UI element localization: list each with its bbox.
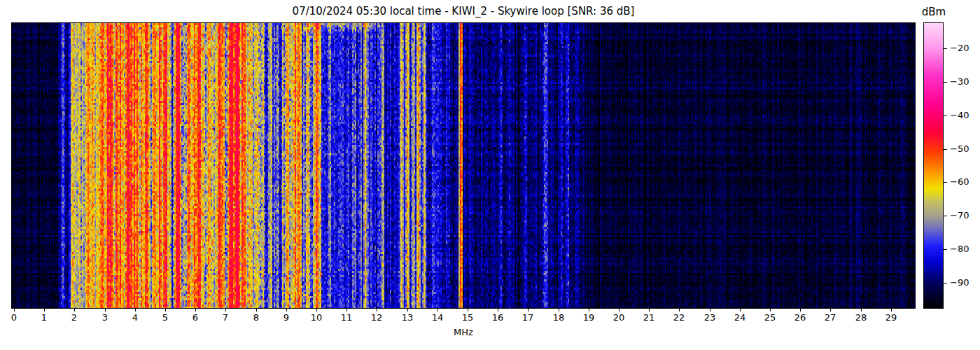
x-tick-label: 26 <box>788 312 812 323</box>
colorbar-tick-mark <box>944 115 947 116</box>
x-tick-mark <box>438 309 438 312</box>
x-tick-mark <box>468 309 468 312</box>
x-tick-label: 3 <box>93 312 117 323</box>
colorbar-frame <box>923 22 944 309</box>
colorbar-unit-label: dBm <box>913 6 954 18</box>
x-tick-mark <box>891 309 892 312</box>
x-tick-label: 8 <box>244 312 268 323</box>
colorbar-tick-label: −30 <box>950 76 969 88</box>
x-tick-label: 19 <box>577 312 601 323</box>
x-tick-mark <box>589 309 589 312</box>
x-tick-label: 25 <box>758 312 782 323</box>
colorbar-tick-label: −60 <box>950 176 969 188</box>
colorbar-tick-label: −90 <box>950 277 969 288</box>
colorbar-tick-mark <box>944 283 947 284</box>
x-tick-mark <box>710 309 710 312</box>
x-tick-label: 10 <box>304 312 328 323</box>
colorbar-tick-label: −70 <box>950 210 969 221</box>
colorbar-tick-mark <box>944 249 947 250</box>
x-tick-mark <box>165 309 166 312</box>
colorbar-tick-mark <box>944 48 947 49</box>
colorbar-tick-mark <box>944 82 947 83</box>
x-tick-mark <box>44 309 45 312</box>
x-tick-mark <box>559 309 559 312</box>
x-tick-label: 11 <box>335 312 358 323</box>
x-tick-label: 18 <box>547 312 570 323</box>
x-tick-mark <box>105 309 106 312</box>
x-tick-label: 5 <box>153 312 177 323</box>
x-tick-label: 13 <box>396 312 419 323</box>
colorbar-tick-mark <box>944 216 947 216</box>
x-tick-label: 1 <box>32 312 56 323</box>
waterfall-heatmap <box>12 23 915 308</box>
x-tick-label: 6 <box>183 312 207 323</box>
x-tick-mark <box>74 309 75 312</box>
x-tick-label: 17 <box>516 312 540 323</box>
x-tick-label: 24 <box>728 312 752 323</box>
x-tick-mark <box>135 309 136 312</box>
chart-title: 07/10/2024 05:30 local time - KIWI_2 - S… <box>12 5 915 18</box>
x-tick-label: 16 <box>486 312 510 323</box>
x-tick-label: 4 <box>123 312 147 323</box>
x-tick-label: 22 <box>667 312 691 323</box>
x-tick-label: 20 <box>607 312 631 323</box>
x-tick-label: 15 <box>456 312 479 323</box>
x-axis-unit-label: MHz <box>12 327 915 337</box>
x-tick-label: 27 <box>818 312 842 323</box>
x-tick-mark <box>770 309 771 312</box>
colorbar-tick-label: −50 <box>950 144 969 155</box>
x-tick-label: 0 <box>2 312 26 323</box>
x-tick-mark <box>195 309 196 312</box>
x-tick-mark <box>407 309 408 312</box>
x-tick-label: 14 <box>426 312 449 323</box>
x-tick-mark <box>800 309 801 312</box>
colorbar-tick-mark <box>944 149 947 150</box>
x-tick-mark <box>649 309 650 312</box>
colorbar-tick-label: −80 <box>950 244 969 255</box>
x-tick-mark <box>498 309 498 312</box>
colorbar-tick-label: −20 <box>950 43 969 54</box>
x-tick-label: 7 <box>214 312 237 323</box>
x-tick-mark <box>225 309 226 312</box>
spectrogram-figure: 07/10/2024 05:30 local time - KIWI_2 - S… <box>0 0 980 350</box>
x-tick-mark <box>861 309 862 312</box>
x-tick-label: 23 <box>698 312 722 323</box>
x-tick-mark <box>346 309 347 312</box>
x-tick-label: 21 <box>637 312 661 323</box>
x-tick-mark <box>14 309 15 312</box>
x-tick-mark <box>679 309 680 312</box>
colorbar-tick-mark <box>944 182 947 183</box>
x-tick-mark <box>316 309 317 312</box>
x-tick-label: 2 <box>62 312 86 323</box>
plot-frame <box>11 22 916 309</box>
x-tick-mark <box>528 309 528 312</box>
x-tick-label: 12 <box>365 312 388 323</box>
x-tick-mark <box>830 309 831 312</box>
x-tick-mark <box>377 309 377 312</box>
x-tick-mark <box>286 309 287 312</box>
colorbar-gradient <box>924 23 943 308</box>
colorbar-tick-label: −40 <box>950 110 969 121</box>
x-tick-mark <box>619 309 620 312</box>
x-tick-label: 29 <box>879 312 903 323</box>
x-tick-label: 9 <box>274 312 298 323</box>
x-tick-mark <box>740 309 741 312</box>
x-tick-mark <box>256 309 257 312</box>
x-tick-label: 28 <box>849 312 873 323</box>
